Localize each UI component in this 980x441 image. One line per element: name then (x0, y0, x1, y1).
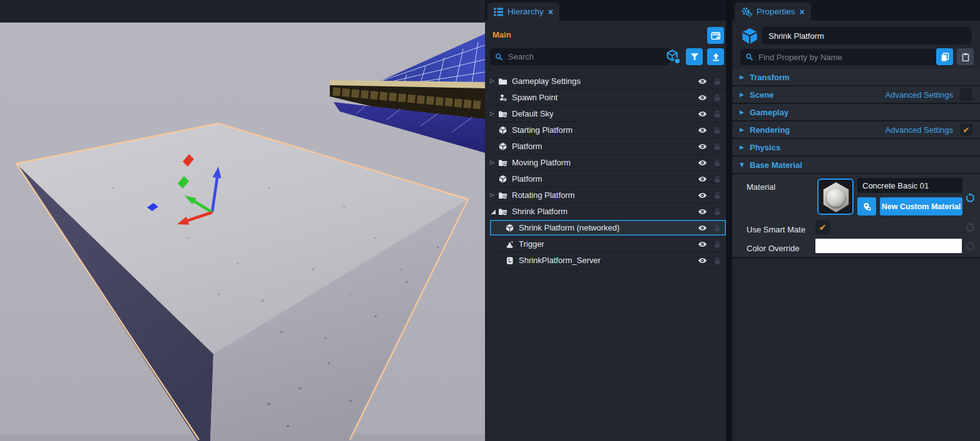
color-override-label: Color Override (747, 244, 800, 253)
tree-item-shrinkplatform-server[interactable]: ShrinkPlatform_Server (490, 252, 726, 269)
section-physics[interactable]: ▶ Physics (732, 139, 980, 157)
advanced-settings-label: Advanced Settings (886, 90, 953, 100)
tab-properties-label: Properties (757, 7, 795, 16)
visibility-eye-icon[interactable] (697, 224, 708, 232)
section-scene[interactable]: ▶ Scene Advanced Settings (732, 86, 980, 104)
close-icon[interactable]: × (800, 8, 805, 16)
material-name-field[interactable] (857, 178, 962, 193)
clipboard-icon (961, 53, 970, 61)
reset-color-override-icon[interactable] (965, 241, 975, 251)
object-name-field[interactable] (762, 27, 971, 44)
tree-item-label: Platform (512, 174, 542, 184)
visibility-eye-icon[interactable] (697, 142, 708, 151)
material-preview-sphere (827, 189, 845, 207)
world-capture-button[interactable] (707, 27, 724, 44)
new-custom-material-button[interactable]: New Custom Material (880, 197, 962, 215)
cube-icon (505, 224, 514, 232)
lock-icon[interactable] (713, 191, 721, 200)
hierarchy-search-box[interactable] (490, 48, 670, 65)
color-override-swatch[interactable] (815, 239, 962, 253)
spawn-point-icon (498, 93, 508, 102)
expander-expanded-icon[interactable] (490, 209, 498, 215)
tree-item-trigger[interactable]: Trigger (490, 236, 726, 252)
advanced-settings-checkbox-unchecked[interactable] (960, 88, 972, 101)
hierarchy-search-input[interactable] (507, 51, 665, 62)
expander-collapsed-icon[interactable]: ▷ (490, 192, 498, 198)
filter-button[interactable] (686, 48, 703, 65)
section-gameplay[interactable]: ▶ Gameplay (732, 104, 980, 122)
lock-icon[interactable] (713, 224, 721, 232)
tree-item-platform-2[interactable]: Platform (490, 171, 726, 187)
chevron-right-icon: ▶ (740, 109, 747, 115)
reset-material-icon[interactable] (965, 193, 975, 203)
close-icon[interactable]: × (548, 8, 553, 16)
asset-cube-dot-icon[interactable] (665, 49, 681, 65)
tree-item-default-sky[interactable]: ▷ Default Sky (490, 106, 726, 122)
cube-icon (498, 142, 508, 151)
tree-item-moving-platform[interactable]: ▷ Moving Platform (490, 155, 726, 171)
lock-icon[interactable] (713, 110, 721, 118)
hierarchy-tab-bar: Hierarchy × (485, 0, 726, 21)
lock-icon[interactable] (713, 93, 721, 102)
section-transform[interactable]: ▶ Transform (732, 69, 980, 86)
use-smart-mate-checkbox[interactable]: ✔ (815, 220, 830, 234)
tab-properties[interactable]: Properties × (735, 3, 811, 21)
tree-item-gameplay-settings[interactable]: ▷ Gameplay Settings (490, 73, 726, 90)
lock-icon[interactable] (713, 256, 721, 265)
visibility-eye-icon[interactable] (697, 158, 708, 167)
visibility-eye-icon[interactable] (697, 175, 708, 184)
lock-icon[interactable] (713, 126, 721, 135)
lock-icon[interactable] (713, 240, 721, 249)
export-button[interactable] (707, 48, 724, 65)
section-label: Scene (750, 90, 773, 100)
advanced-settings-checkbox-checked[interactable]: ✔ (960, 123, 972, 136)
visibility-eye-icon[interactable] (697, 126, 708, 135)
visibility-eye-icon[interactable] (697, 191, 708, 200)
lock-icon[interactable] (713, 142, 721, 151)
property-search-box[interactable] (740, 49, 942, 65)
tree-item-label: Moving Platform (512, 158, 571, 167)
paste-properties-button[interactable] (957, 48, 974, 65)
section-label: Physics (750, 143, 780, 152)
tree-item-spawn-point[interactable]: Spawn Point (490, 90, 726, 106)
shrink-platform-object[interactable] (16, 123, 468, 441)
material-label: Material (747, 182, 775, 192)
section-base-material[interactable]: ▼ Base Material (732, 157, 980, 174)
visibility-eye-icon[interactable] (697, 240, 708, 249)
tree-item-platform[interactable]: Platform (490, 138, 726, 155)
expander-collapsed-icon[interactable]: ▷ (490, 160, 498, 165)
section-rendering[interactable]: ▶ Rendering Advanced Settings ✔ (732, 122, 980, 139)
lock-icon[interactable] (713, 207, 721, 216)
tree-item-rotating-platform[interactable]: ▷ Rotating Platform (490, 187, 726, 204)
copy-properties-button[interactable] (936, 48, 953, 65)
tree-item-starting-platform[interactable]: Starting Platform (490, 122, 726, 138)
material-thumbnail[interactable] (817, 179, 854, 215)
properties-tab-bar: Properties × (732, 0, 980, 21)
viewport-3d[interactable] (0, 0, 485, 441)
tree-item-shrink-platform-networked[interactable]: Shrink Platform (networked) (490, 220, 726, 236)
solar-panel-platform[interactable] (330, 34, 485, 153)
object-type-cube-icon (741, 28, 758, 45)
expander-collapsed-icon[interactable]: ▷ (490, 111, 498, 117)
lock-icon[interactable] (713, 77, 721, 86)
panel-divider[interactable] (726, 0, 732, 441)
reset-smart-mate-icon[interactable] (965, 222, 975, 232)
chevron-right-icon: ▶ (740, 144, 747, 150)
property-search-input[interactable] (757, 52, 937, 63)
clapperboard-sparkle-icon (711, 31, 721, 41)
visibility-eye-icon[interactable] (697, 93, 708, 102)
lock-icon[interactable] (713, 175, 721, 184)
visibility-eye-icon[interactable] (697, 207, 708, 216)
visibility-eye-icon[interactable] (697, 256, 708, 265)
pin-magnifier-icon (862, 202, 871, 211)
lock-icon[interactable] (713, 158, 721, 167)
expander-collapsed-icon[interactable]: ▷ (490, 78, 498, 84)
upload-arrow-icon (712, 53, 720, 61)
locate-material-button[interactable] (857, 197, 876, 215)
tab-hierarchy[interactable]: Hierarchy × (487, 3, 559, 21)
gear-icon (741, 7, 752, 17)
chevron-right-icon: ▶ (740, 74, 747, 80)
visibility-eye-icon[interactable] (697, 110, 708, 118)
visibility-eye-icon[interactable] (697, 77, 708, 86)
tree-item-shrink-platform[interactable]: Shrink Platform (490, 204, 726, 220)
